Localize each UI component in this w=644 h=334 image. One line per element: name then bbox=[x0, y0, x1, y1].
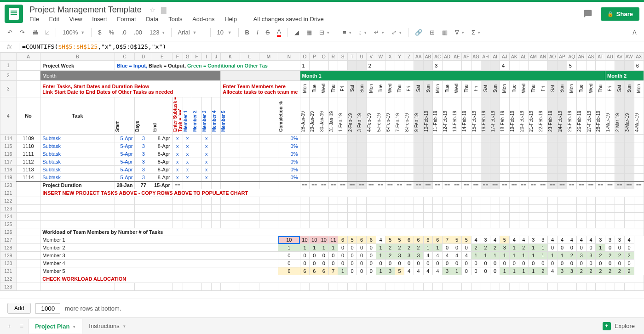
cell[interactable]: 2 bbox=[586, 267, 596, 275]
cell[interactable] bbox=[615, 61, 624, 71]
cell[interactable] bbox=[16, 228, 40, 236]
cell[interactable] bbox=[471, 283, 481, 291]
cell[interactable]: 13-Feb-19 bbox=[452, 97, 462, 135]
cell[interactable] bbox=[567, 221, 576, 228]
col-header[interactable]: AB bbox=[423, 53, 433, 61]
cell[interactable] bbox=[490, 213, 500, 221]
cell[interactable] bbox=[443, 150, 452, 158]
cell[interactable] bbox=[634, 135, 644, 142]
cell[interactable] bbox=[347, 135, 357, 142]
cell[interactable] bbox=[319, 213, 329, 221]
cell[interactable] bbox=[338, 174, 348, 181]
cell[interactable] bbox=[519, 197, 529, 205]
cell[interactable] bbox=[310, 213, 319, 221]
cell[interactable]: 1 bbox=[328, 244, 338, 252]
cell[interactable] bbox=[300, 142, 310, 150]
cell[interactable] bbox=[414, 135, 423, 142]
cell[interactable]: 3 bbox=[615, 236, 624, 244]
cell[interactable] bbox=[567, 283, 576, 291]
cell[interactable] bbox=[529, 221, 538, 228]
cell[interactable] bbox=[615, 150, 624, 158]
cell[interactable] bbox=[423, 174, 433, 181]
cell[interactable] bbox=[490, 174, 500, 181]
cell[interactable]: 6 bbox=[366, 236, 376, 244]
cell[interactable]: Wed bbox=[319, 81, 329, 97]
cell[interactable] bbox=[115, 205, 135, 213]
cell[interactable] bbox=[192, 150, 202, 158]
cell[interactable]: 1 bbox=[319, 244, 329, 252]
cell[interactable] bbox=[548, 213, 558, 221]
cell[interactable] bbox=[395, 158, 404, 166]
cell[interactable]: 1 bbox=[490, 252, 500, 260]
cell[interactable] bbox=[16, 260, 40, 267]
cell[interactable] bbox=[414, 150, 423, 158]
cell[interactable]: 2 bbox=[366, 61, 376, 71]
cell[interactable] bbox=[576, 142, 586, 150]
cell[interactable]: x bbox=[202, 150, 212, 158]
cell[interactable] bbox=[452, 142, 462, 150]
cell[interactable] bbox=[500, 158, 509, 166]
cell[interactable] bbox=[519, 135, 529, 142]
cell[interactable] bbox=[221, 181, 240, 189]
col-header[interactable]: L bbox=[240, 53, 259, 61]
cell[interactable]: 0 bbox=[624, 260, 634, 267]
col-header[interactable]: AD bbox=[443, 53, 452, 61]
cell[interactable]: 10 bbox=[319, 236, 329, 244]
cell[interactable]: 0 bbox=[328, 252, 338, 260]
cell[interactable] bbox=[192, 197, 202, 205]
cell[interactable]: 7 bbox=[443, 236, 452, 244]
cell[interactable]: == bbox=[538, 181, 548, 189]
cell[interactable] bbox=[221, 283, 240, 291]
cell[interactable] bbox=[433, 174, 443, 181]
cell[interactable] bbox=[202, 181, 212, 189]
cell[interactable] bbox=[310, 205, 319, 213]
cell[interactable]: Fri bbox=[338, 81, 348, 97]
cell[interactable]: == bbox=[404, 181, 414, 189]
cell[interactable] bbox=[490, 166, 500, 174]
cell[interactable] bbox=[240, 197, 259, 205]
cell[interactable]: 4 bbox=[433, 267, 443, 275]
cell[interactable]: No bbox=[16, 97, 40, 135]
cell[interactable]: x bbox=[172, 158, 183, 166]
cell[interactable] bbox=[624, 174, 634, 181]
cell[interactable]: Member 1 bbox=[40, 236, 278, 244]
cell[interactable] bbox=[192, 221, 202, 228]
cell[interactable] bbox=[624, 166, 634, 174]
cell[interactable]: 1111 bbox=[16, 150, 40, 158]
cell[interactable] bbox=[319, 142, 329, 150]
cell[interactable] bbox=[519, 213, 529, 221]
cell[interactable] bbox=[376, 135, 385, 142]
cell[interactable] bbox=[319, 61, 329, 71]
cell[interactable] bbox=[471, 61, 481, 71]
cell[interactable] bbox=[576, 150, 586, 158]
cell[interactable]: 0 bbox=[615, 260, 624, 267]
cell[interactable] bbox=[452, 150, 462, 158]
cell[interactable] bbox=[452, 283, 462, 291]
cell[interactable] bbox=[586, 205, 596, 213]
cell[interactable] bbox=[481, 197, 490, 205]
cell[interactable]: == bbox=[529, 181, 538, 189]
cell[interactable] bbox=[452, 221, 462, 228]
cell[interactable]: 3 bbox=[135, 166, 152, 174]
cell[interactable]: Subtask bbox=[40, 150, 115, 158]
cell[interactable] bbox=[509, 205, 519, 213]
cell[interactable] bbox=[404, 205, 414, 213]
row-header[interactable]: 3 bbox=[0, 81, 17, 97]
cell[interactable] bbox=[357, 158, 367, 166]
cell[interactable]: 5-Feb-19 bbox=[376, 97, 385, 135]
cell[interactable] bbox=[461, 283, 471, 291]
cell[interactable] bbox=[319, 221, 329, 228]
cell[interactable] bbox=[310, 174, 319, 181]
row-header[interactable]: 115 bbox=[0, 142, 17, 150]
cell[interactable] bbox=[548, 158, 558, 166]
cell[interactable]: 2 bbox=[605, 252, 615, 260]
cell[interactable]: 0 bbox=[338, 260, 348, 267]
cell[interactable]: 5-Apr bbox=[115, 158, 135, 166]
cell[interactable] bbox=[319, 197, 329, 205]
cell[interactable] bbox=[385, 213, 395, 221]
cell[interactable] bbox=[338, 197, 348, 205]
cell[interactable] bbox=[366, 150, 376, 158]
cell[interactable] bbox=[567, 150, 576, 158]
cell[interactable] bbox=[605, 142, 615, 150]
cell[interactable] bbox=[16, 81, 40, 97]
